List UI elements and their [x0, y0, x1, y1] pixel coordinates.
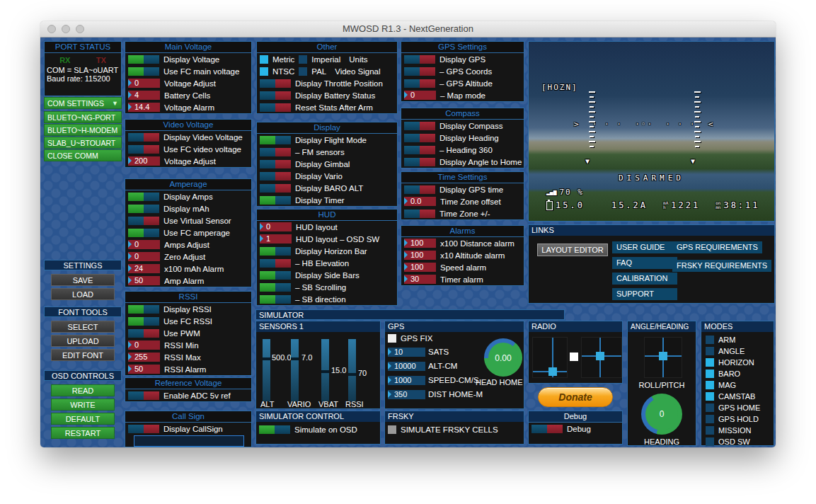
- mode-checkbox-horizon[interactable]: [706, 358, 714, 367]
- input-rssi-min[interactable]: 0: [128, 340, 160, 350]
- stick-handle[interactable]: [659, 352, 667, 360]
- toggle-debug[interactable]: [531, 425, 563, 433]
- input-amps-adjust[interactable]: 0: [128, 240, 160, 249]
- input-time-zone-offset[interactable]: 0.0: [404, 197, 436, 206]
- toggle-display-heading[interactable]: [404, 134, 435, 142]
- link-support[interactable]: SUPPORT: [612, 288, 677, 300]
- toggle-hb-elevation[interactable]: [260, 259, 291, 268]
- stick-handle[interactable]: [548, 367, 557, 376]
- input-voltage-adjust[interactable]: 200: [128, 156, 160, 166]
- checkbox-imperial[interactable]: [299, 55, 307, 64]
- input-voltage-adjust[interactable]: 0: [128, 79, 160, 88]
- input-x100-distance-alarm[interactable]: 100: [404, 239, 436, 248]
- toggle-display-rssi[interactable]: [128, 305, 159, 314]
- input-battery-cells[interactable]: 4: [128, 91, 160, 100]
- layout-editor-button[interactable]: LAYOUT EDITOR: [537, 244, 608, 256]
- toggle-display-compass[interactable]: [404, 122, 435, 130]
- toggle-display-vario[interactable]: [260, 172, 291, 181]
- toggle-display-throttle-position[interactable]: [260, 79, 291, 88]
- toggle-display-gps-time[interactable]: [404, 185, 435, 194]
- toggle-reset-stats-after-arm[interactable]: [260, 103, 291, 112]
- input-timer-alarm[interactable]: 30: [404, 275, 436, 284]
- input-x100-mah-alarm[interactable]: 24: [128, 264, 160, 273]
- toggle-display-baro-alt[interactable]: [260, 184, 291, 193]
- mode-checkbox-mission[interactable]: [706, 426, 714, 435]
- zoom-window-button[interactable]: [76, 25, 84, 33]
- link-frsky-requirements[interactable]: FRSKY REQUIREMENTS: [672, 260, 771, 272]
- toggle-display-side-bars[interactable]: [260, 271, 291, 280]
- mode-checkbox-gps-hold[interactable]: [706, 415, 714, 423]
- select-button[interactable]: SELECT: [51, 321, 115, 333]
- toggle-display-voltage[interactable]: [128, 55, 159, 64]
- toggle-gps-altitude[interactable]: [404, 79, 435, 88]
- input-hud-layout[interactable]: 0: [260, 222, 292, 231]
- rollpitch-stick[interactable]: [644, 337, 682, 378]
- toggle-gps-coords[interactable]: [404, 67, 435, 76]
- toggle-display-horizon-bar[interactable]: [260, 247, 291, 256]
- input-x10-altitude-alarm[interactable]: 100: [404, 251, 436, 260]
- radio-stick-right[interactable]: [581, 337, 622, 378]
- mode-checkbox-camstab[interactable]: [706, 392, 714, 401]
- load-button[interactable]: LOAD: [51, 288, 115, 300]
- input-speed-cm-s[interactable]: 1000: [388, 376, 425, 385]
- input-zero-adjust[interactable]: 0: [128, 252, 160, 261]
- toggle-display-gimbal[interactable]: [260, 160, 291, 168]
- slider-vario[interactable]: [291, 339, 299, 401]
- input-rssi-max[interactable]: 255: [128, 353, 160, 362]
- toggle-fm-sensors[interactable]: [260, 148, 291, 156]
- toggle-use-pwm[interactable]: [128, 329, 159, 338]
- toggle-use-fc-main-voltage[interactable]: [128, 67, 159, 76]
- input-voltage-alarm[interactable]: 14.4: [128, 103, 160, 112]
- com-settings-dropdown[interactable]: COM SETTINGS ▼: [44, 97, 122, 109]
- input-sats[interactable]: 10: [388, 348, 425, 357]
- slider-vbat[interactable]: [321, 339, 329, 401]
- toggle-use-fc-rssi[interactable]: [128, 317, 159, 326]
- write-button[interactable]: WRITE: [51, 399, 115, 411]
- input-speed-alarm[interactable]: 100: [404, 263, 436, 272]
- slider-alt[interactable]: [263, 339, 270, 401]
- checkbox-ntsc[interactable]: [260, 67, 268, 76]
- gps-fix-checkbox[interactable]: [388, 334, 396, 343]
- slider-thumb-alt[interactable]: [263, 357, 270, 360]
- toggle-sb-direction[interactable]: [260, 295, 291, 304]
- toggle-use-fc-video-voltage[interactable]: [128, 145, 159, 154]
- default-button[interactable]: DEFAULT: [51, 413, 115, 425]
- slider-thumb-vario[interactable]: [291, 357, 299, 360]
- restart-button[interactable]: RESTART: [51, 427, 115, 439]
- slider-rssi[interactable]: [348, 339, 356, 401]
- edit-font-button[interactable]: EDIT FONT: [51, 349, 115, 361]
- close-window-button[interactable]: [47, 25, 56, 33]
- link-calibration[interactable]: CALIBRATION: [612, 273, 677, 285]
- input-map-mode[interactable]: 0: [404, 91, 436, 100]
- link-user-guide[interactable]: USER GUIDE: [612, 241, 677, 253]
- donate-button[interactable]: Donate: [538, 387, 613, 407]
- slider-thumb-rssi[interactable]: [348, 373, 356, 376]
- radio-stick-left[interactable]: [532, 337, 568, 378]
- input-alt-cm[interactable]: 10000: [388, 362, 425, 371]
- toggle-display-timer[interactable]: [260, 196, 291, 205]
- toggle-display-callsign[interactable]: [128, 425, 159, 433]
- upload-button[interactable]: UPLOAD: [51, 335, 115, 347]
- toggle-sb-scrolling[interactable]: [260, 283, 291, 292]
- toggle-use-virtual-sensor[interactable]: [128, 217, 159, 225]
- toggle-display-angle-to-home[interactable]: [404, 158, 435, 166]
- toggle-display-gps[interactable]: [404, 55, 435, 64]
- mode-checkbox-baro[interactable]: [706, 370, 714, 378]
- link-faq[interactable]: FAQ: [612, 257, 677, 269]
- checkbox-pal[interactable]: [299, 67, 307, 76]
- callsign-input[interactable]: [134, 435, 244, 447]
- mode-checkbox-mag[interactable]: [706, 381, 714, 389]
- toggle-display-mah[interactable]: [128, 205, 159, 213]
- input-hud-layout-osd-sw[interactable]: 1: [260, 234, 292, 244]
- mode-checkbox-osd-sw[interactable]: [706, 437, 714, 446]
- input-dist-home-m[interactable]: 350: [388, 390, 425, 399]
- com-port-item-slab-u-btouart[interactable]: SLAB_U~BTOUART: [44, 137, 122, 149]
- com-port-item-blueto-h-modem[interactable]: BLUETO~H-MODEM: [44, 124, 122, 136]
- toggle-time-zone[interactable]: [404, 210, 435, 218]
- slider-thumb-vbat[interactable]: [321, 370, 329, 373]
- com-port-item-blueto-ng-port[interactable]: BLUETO~NG-PORT: [44, 111, 122, 123]
- input-amp-alarm[interactable]: 50: [128, 276, 160, 285]
- toggle-display-battery-status[interactable]: [260, 91, 291, 100]
- mode-checkbox-angle[interactable]: [706, 347, 714, 355]
- input-rssi-alarm[interactable]: 50: [128, 365, 160, 374]
